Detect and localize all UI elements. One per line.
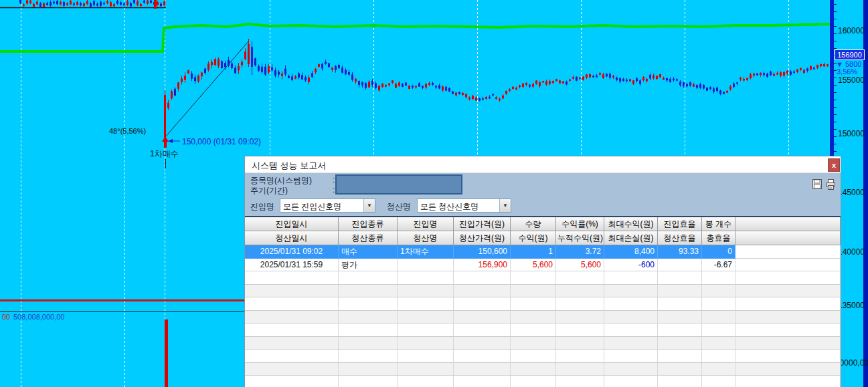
table-cell [245,311,339,324]
exit-signal-select[interactable]: 모든 청산신호명 ▼ [417,199,511,213]
table-row-empty[interactable] [245,337,841,350]
header-cell-entry-2: 진입명 [398,217,454,231]
table-cell [339,271,398,285]
table-cell [511,350,556,363]
table-cell: 150,600 [454,245,511,259]
performance-table: 진입일시진입종류진입명진입가격(원)수량수익률(%)최대수익(원)진입효율봉 개… [245,216,841,387]
table-cell [735,285,841,298]
table-cell [735,350,841,363]
table-cell: 5,600 [556,259,604,272]
header-cell-entry-5: 수익률(%) [556,217,604,231]
table-cell [735,245,841,259]
table-cell [604,271,658,285]
table-cell [511,271,556,285]
table-row-empty[interactable] [245,376,841,387]
table-cell [702,297,735,311]
table-row-empty[interactable] [245,350,841,363]
table-cell [339,337,398,350]
table-row-empty[interactable] [245,324,841,337]
dialog-info-band: 종목명(시스템명) : 주기(기간) : [245,173,841,196]
colon: : [333,175,335,184]
table-cell [658,337,702,350]
table-cell [702,337,735,350]
table-cell [245,285,339,298]
table-cell [398,271,454,285]
table-cell [556,285,604,298]
table-cell [454,350,511,363]
table-row-empty[interactable] [245,297,841,311]
table-cell [735,259,841,272]
table-cell [604,350,658,363]
table-cell [604,376,658,387]
table-row-empty[interactable] [245,271,841,285]
table-cell [604,363,658,376]
entry-name-label: 진입명 [250,201,274,213]
dialog-titlebar[interactable]: 시스템 성능 보고서 x [245,156,841,173]
table-cell [245,363,339,376]
table-cell [398,285,454,298]
header-cell-exit-5: 누적수익(원) [556,231,604,245]
table-cell [454,337,511,350]
table-row-selected[interactable]: 2025/01/31 09:02매수1차매수150,60013.728,4009… [245,245,841,259]
exit-name-label: 청산명 [387,201,411,213]
table-row[interactable]: 2025/01/31 15:59평가156,9005,6005,600-600-… [245,259,841,272]
entry-signal-value: 모든 진입신호명 [283,201,363,213]
table-cell: 5,600 [511,259,556,272]
table-cell [454,363,511,376]
table-cell [245,271,339,285]
header-cell-exit-3: 청산가격(원) [454,231,511,245]
system-performance-report-dialog: 시스템 성능 보고서 x 종목명(시스템명) : 주기(기간) : 진입명 모든… [244,156,841,387]
table-cell [604,297,658,311]
table-cell [556,297,604,311]
header-cell-entry-7: 진입효율 [658,217,702,231]
close-icon[interactable]: x [828,158,840,172]
table-cell [556,271,604,285]
table-cell [339,311,398,324]
table-cell [556,324,604,337]
table-row-empty[interactable] [245,285,841,298]
table-cell: 평가 [339,259,398,272]
table-row-empty[interactable] [245,363,841,376]
period-label: 주기(기간) [250,185,288,197]
table-cell [604,285,658,298]
save-icon[interactable] [812,179,822,190]
chevron-down-icon[interactable]: ▼ [363,199,375,212]
header-cell-exit-1: 청산종류 [339,231,398,245]
table-cell [398,350,454,363]
chevron-down-icon[interactable]: ▼ [499,199,511,212]
table-cell [556,363,604,376]
table-cell [658,271,702,285]
table-cell [735,337,841,350]
table-row-empty[interactable] [245,311,841,324]
print-icon[interactable] [826,179,837,190]
table-cell [702,376,735,387]
table-cell [735,324,841,337]
entry-signal-select[interactable]: 모든 진입신호명 ▼ [280,199,375,213]
table-cell [398,297,454,311]
table-cell: 8,400 [604,245,658,259]
table-cell [702,285,735,298]
table-cell: -6.67 [702,259,735,272]
header-cell-exit-8: 총효율 [702,231,735,245]
header-cell-exit-6: 최대손실(원) [604,231,658,245]
table-cell [245,376,339,387]
table-cell: 156,900 [454,259,511,272]
table-cell [339,285,398,298]
header-cell-entry-8: 봉 개수 [702,217,735,231]
table-cell [339,324,398,337]
table-cell [604,337,658,350]
table-cell [702,324,735,337]
table-cell [454,271,511,285]
table-cell [245,350,339,363]
table-cell [511,376,556,387]
dialog-title: 시스템 성능 보고서 [252,160,326,172]
table-cell [658,350,702,363]
table-cell [398,376,454,387]
table-cell [339,350,398,363]
table-cell [511,311,556,324]
header-cell-entry-4: 수량 [511,217,556,231]
table-cell [735,297,841,311]
table-cell [454,311,511,324]
table-cell [702,311,735,324]
table-cell [556,337,604,350]
